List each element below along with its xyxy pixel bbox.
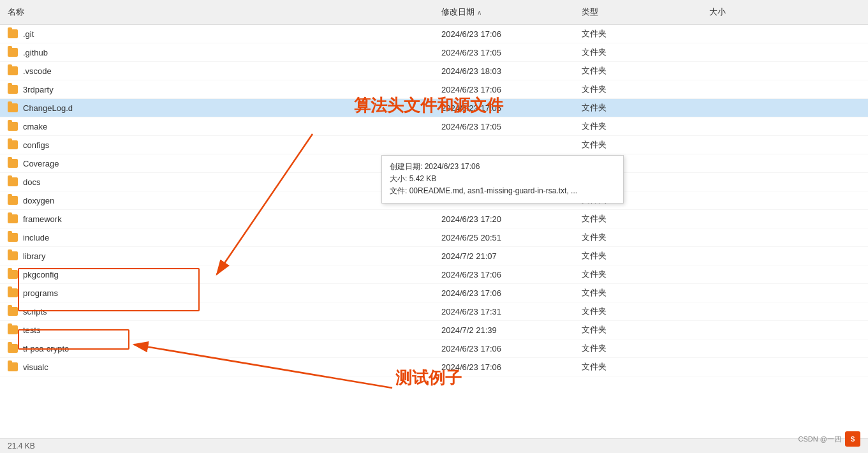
file-size-cell (702, 265, 868, 283)
file-size-cell (702, 339, 868, 357)
table-row[interactable]: programs2024/6/23 17:06文件夹 (0, 284, 868, 302)
file-name-text: cmake (23, 122, 47, 131)
file-type-cell: 文件夹 (574, 284, 702, 302)
folder-icon (8, 140, 18, 149)
folder-icon (8, 214, 18, 223)
file-modified-cell: 2024/6/23 17:31 (434, 302, 574, 320)
file-size-cell (702, 117, 868, 135)
folder-icon (8, 122, 18, 131)
table-row[interactable]: pkgconfig2024/6/23 17:06文件夹 (0, 265, 868, 284)
col-type-label: 类型 (582, 6, 598, 18)
file-name-text: tf-psa-crypto (23, 344, 69, 353)
file-size-cell (702, 80, 868, 98)
file-name-cell: .github (0, 43, 434, 61)
col-header-modified[interactable]: 修改日期 ∧ (434, 4, 574, 20)
file-name-cell: scripts (0, 302, 434, 320)
file-type-cell: 文件夹 (574, 210, 702, 228)
col-size-label: 大小 (709, 6, 726, 18)
table-row[interactable]: .github2024/6/23 17:05文件夹 (0, 43, 868, 62)
file-type-cell: 文件夹 (574, 62, 702, 80)
table-row[interactable]: configs文件夹 (0, 136, 868, 154)
table-row[interactable]: .vscode2024/6/23 18:03文件夹 (0, 62, 868, 80)
csdn-label: CSDN @一四 (798, 434, 841, 444)
file-size-cell (702, 43, 868, 61)
file-name-cell: doxygen (0, 191, 434, 209)
file-type-cell: 文件夹 (574, 99, 702, 117)
file-name-cell: ChangeLog.d (0, 99, 434, 117)
file-list: .git2024/6/23 17:06文件夹.github2024/6/23 1… (0, 25, 868, 452)
file-name-cell: docs (0, 173, 434, 191)
file-size-cell (702, 358, 868, 376)
table-row[interactable]: tf-psa-crypto2024/6/23 17:06文件夹 (0, 339, 868, 358)
file-modified-cell: 2024/6/23 17:06 (434, 358, 574, 376)
file-type-cell: 文件夹 (574, 228, 702, 246)
table-row[interactable]: tests2024/7/2 21:39文件夹 (0, 321, 868, 339)
file-type-cell: 文件夹 (574, 265, 702, 283)
file-size-cell (702, 191, 868, 209)
file-name-text: doxygen (23, 196, 54, 205)
folder-icon (8, 270, 18, 279)
file-name-cell: pkgconfig (0, 265, 434, 283)
file-name-cell: Coverage (0, 154, 434, 172)
col-header-type[interactable]: 类型 (574, 4, 702, 20)
file-modified-cell: 2024/6/23 17:06 (434, 339, 574, 357)
file-name-text: library (23, 251, 45, 261)
folder-icon (8, 344, 18, 353)
folder-icon (8, 251, 18, 260)
table-header: 名称 修改日期 ∧ 类型 大小 (0, 0, 868, 25)
file-type-cell: 文件夹 (574, 247, 702, 265)
table-row[interactable]: 3rdparty2024/6/23 17:06文件夹 (0, 80, 868, 99)
file-name-cell: 3rdparty (0, 80, 434, 98)
file-modified-cell: 2024/6/23 17:20 (434, 210, 574, 228)
col-header-size[interactable]: 大小 (702, 4, 868, 20)
file-name-cell: tests (0, 321, 434, 339)
file-name-text: include (23, 233, 49, 242)
file-modified-cell: 2024/6/23 17:06 (434, 284, 574, 302)
tooltip-size: 大小: 5.42 KB (390, 173, 615, 185)
col-header-name[interactable]: 名称 (0, 4, 434, 20)
folder-icon (8, 103, 18, 112)
file-modified-cell: 2024/6/23 17:05 (434, 43, 574, 61)
folder-icon (8, 85, 18, 94)
file-size-cell (702, 154, 868, 172)
file-explorer: 名称 修改日期 ∧ 类型 大小 .git2024/6/23 17:06文件夹.g… (0, 0, 868, 453)
file-name-text: visualc (23, 362, 48, 372)
file-size-cell (702, 210, 868, 228)
folder-icon (8, 307, 18, 316)
file-name-cell: tf-psa-crypto (0, 339, 434, 357)
table-row[interactable]: scripts2024/6/23 17:31文件夹 (0, 302, 868, 321)
file-size-cell (702, 99, 868, 117)
file-type-cell: 文件夹 (574, 339, 702, 357)
file-type-cell: 文件夹 (574, 117, 702, 135)
file-modified-cell: 2024/6/23 18:03 (434, 62, 574, 80)
file-name-cell: .vscode (0, 62, 434, 80)
file-name-text: .github (23, 48, 48, 57)
folder-icon (8, 66, 18, 75)
file-name-cell: .git (0, 25, 434, 43)
file-type-cell: 文件夹 (574, 80, 702, 98)
csdn-watermark: CSDN @一四 S (798, 431, 860, 447)
folder-icon (8, 29, 18, 38)
table-row[interactable]: cmake2024/6/23 17:05文件夹 (0, 117, 868, 136)
file-name-text: programs (23, 288, 58, 298)
file-modified-cell: 2024/6/23 17:06 (434, 25, 574, 43)
file-name-text: ChangeLog.d (23, 103, 73, 113)
col-name-label: 名称 (8, 6, 24, 18)
table-row[interactable]: .git2024/6/23 17:06文件夹 (0, 25, 868, 43)
file-size-cell (702, 284, 868, 302)
file-name-text: .vscode (23, 66, 52, 76)
file-size-cell (702, 321, 868, 339)
file-name-cell: library (0, 247, 434, 265)
table-row[interactable]: framework2024/6/23 17:20文件夹 (0, 210, 868, 228)
file-modified-cell (434, 136, 574, 154)
table-row[interactable]: library2024/7/2 21:07文件夹 (0, 247, 868, 265)
file-name-text: tests (23, 325, 40, 335)
tooltip-box: 创建日期: 2024/6/23 17:06 大小: 5.42 KB 文件: 00… (381, 155, 624, 204)
folder-icon (8, 233, 18, 242)
table-row[interactable]: ChangeLog.d2024/6/23 17:05文件夹 (0, 99, 868, 117)
table-row[interactable]: include2024/6/25 20:51文件夹 (0, 228, 868, 247)
file-size-cell (702, 136, 868, 154)
table-row[interactable]: visualc2024/6/23 17:06文件夹 (0, 358, 868, 376)
sort-arrow-icon: ∧ (477, 9, 482, 16)
file-size-cell (702, 62, 868, 80)
